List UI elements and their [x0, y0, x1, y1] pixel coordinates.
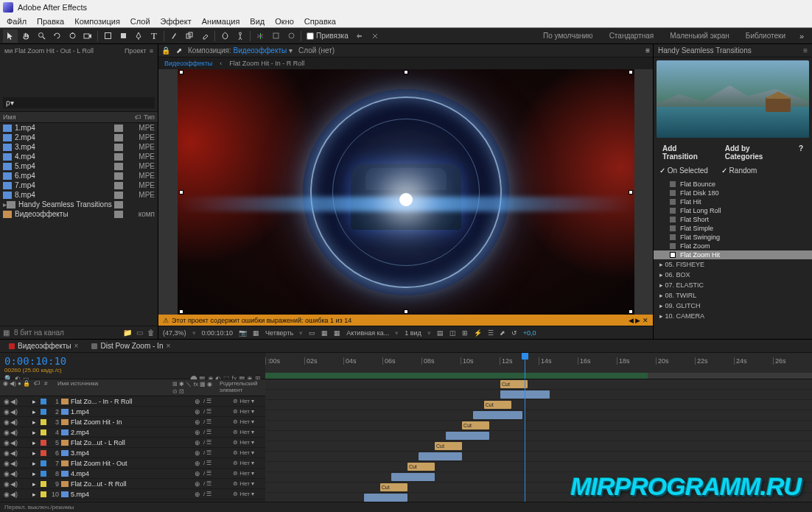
layer-row[interactable]: ◉◀)▸42.mp4⊕/ ☰⊚ Нет ▾ [0, 427, 265, 438]
track-row[interactable] [265, 452, 812, 462]
track-row[interactable] [265, 390, 812, 400]
flow-icon[interactable]: ⬈ [176, 46, 182, 55]
camera-dropdown[interactable]: Активная ка... [346, 329, 389, 337]
transform-handle[interactable] [629, 70, 633, 74]
clip[interactable] [419, 452, 462, 460]
menu-Файл[interactable]: Файл [1, 15, 32, 27]
hst-item[interactable]: Flat Short [654, 215, 812, 224]
pen-tool[interactable] [131, 29, 146, 43]
panel-menu-icon[interactable]: ≡ [803, 46, 808, 55]
layer-row[interactable]: ◉◀)▸84.mp4⊕/ ☰⊚ Нет ▾ [0, 469, 265, 479]
brush-tool[interactable] [167, 29, 181, 43]
project-item[interactable]: 2.mp4MPE [0, 133, 158, 142]
reset-exposure-icon[interactable]: ↺ [511, 329, 517, 337]
new-comp-icon[interactable]: ▭ [136, 329, 143, 337]
layer-row[interactable]: ◉◀)▸21.mp4⊕/ ☰⊚ Нет ▾ [0, 407, 265, 417]
comp-flow-icon[interactable]: ⬈ [500, 329, 505, 337]
snap-options[interactable] [352, 29, 367, 43]
breadcrumb-root[interactable]: Видеоэффекты [164, 60, 212, 67]
ws-lib[interactable]: Библиотеки [738, 29, 793, 43]
channel-icon[interactable]: ▦ [253, 329, 259, 337]
track-row[interactable]: Cut [265, 421, 812, 431]
clip[interactable] [364, 494, 407, 502]
layer-row[interactable]: ◉◀)▸9Flat Zo...ut - R Roll⊕/ ☰⊚ Нет ▾ [0, 479, 265, 489]
layer-list[interactable]: ◉ ◀) ● 🔒 🏷 # Имя источника ⊞ ✱ ＼ fx ▦ ◉ … [0, 379, 265, 502]
add-by-categories-button[interactable]: Add by Categories [722, 143, 783, 162]
project-tab[interactable]: Проект [125, 47, 147, 55]
project-search[interactable] [3, 97, 155, 108]
transform-handle[interactable] [629, 309, 633, 314]
new-folder-icon[interactable]: 📁 [123, 329, 132, 337]
ws-small[interactable]: Маленький экран [662, 29, 737, 43]
3d-icon[interactable]: ▦ [334, 329, 340, 337]
menu-Справка[interactable]: Справка [299, 15, 341, 27]
timeline-tab[interactable]: Видеоэффекты× [3, 340, 84, 351]
current-time-indicator[interactable] [525, 353, 525, 379]
pixel-aspect-icon[interactable]: ⊞ [462, 329, 468, 337]
snap-grid[interactable] [368, 29, 382, 43]
clip[interactable]: Cut [500, 380, 528, 388]
puppet-tool[interactable] [233, 29, 248, 43]
zoom-level[interactable]: (47,3%) [163, 329, 186, 337]
pan-behind-tool[interactable] [100, 29, 115, 43]
trash-icon[interactable]: 🗑 [147, 329, 155, 337]
roi-icon[interactable]: ▭ [309, 329, 315, 337]
timecode[interactable]: 0:00:10:10 [202, 329, 234, 337]
tab-layer[interactable]: Слой (нет) [298, 46, 335, 55]
hst-item[interactable]: Flat Zoom Hit [654, 250, 812, 259]
clone-tool[interactable] [182, 29, 197, 43]
hst-item[interactable]: Flat Swinging [654, 233, 812, 242]
project-item[interactable]: 1.mp4MPE [0, 123, 158, 133]
track-row[interactable] [265, 431, 812, 441]
track-row[interactable]: Cut [265, 441, 812, 452]
guides-icon[interactable]: ▤ [437, 329, 444, 337]
transform-handle[interactable] [404, 70, 408, 74]
viewer[interactable] [158, 69, 653, 315]
project-item[interactable]: 8.mp4MPE [0, 190, 158, 200]
roto-tool[interactable] [217, 29, 232, 43]
snap-checkbox[interactable] [307, 32, 314, 40]
transform-handle[interactable] [404, 309, 408, 314]
add-transition-button[interactable]: Add Transition [659, 143, 709, 162]
clip[interactable]: Cut [407, 463, 435, 471]
panel-menu-icon[interactable]: ≡ [645, 46, 650, 55]
menu-Окно[interactable]: Окно [270, 15, 299, 27]
random-toggle[interactable]: Random [729, 166, 757, 175]
on-selected-toggle[interactable]: On Selected [668, 166, 708, 175]
ws-default[interactable]: По умолчанию [536, 29, 601, 43]
snapshot-icon[interactable]: 📷 [239, 329, 247, 337]
hst-item[interactable]: Flat Bounce [654, 180, 812, 189]
shape-tool[interactable] [116, 29, 130, 43]
clip[interactable]: Cut [484, 401, 511, 409]
selection-tool[interactable] [3, 29, 18, 43]
layer-row[interactable]: ◉◀)▸63.mp4⊕/ ☰⊚ Нет ▾ [0, 448, 265, 458]
project-item[interactable]: 3.mp4MPE [0, 142, 158, 152]
clip[interactable]: Cut [380, 483, 407, 491]
project-item[interactable]: 6.mp4MPE [0, 171, 158, 180]
col-name[interactable]: Имя [3, 113, 125, 121]
menu-Анимация[interactable]: Анимация [197, 15, 245, 27]
project-item[interactable]: Видеоэффектыкомп [0, 209, 158, 219]
exposure[interactable]: +0,0 [523, 329, 536, 337]
clip[interactable] [473, 411, 522, 419]
breadcrumb-leaf[interactable]: Flat Zoom Hit - In - R Roll [229, 60, 304, 67]
timeline-tab[interactable]: Dist Pow Zoom - In× [85, 340, 176, 351]
world-axis[interactable] [268, 29, 283, 43]
menu-Композиция[interactable]: Композиция [69, 15, 125, 27]
hst-list[interactable]: Flat BounceFlat Disk 180Flat HitFlat Lon… [654, 180, 812, 339]
orbit-tool[interactable] [49, 29, 64, 43]
hst-group[interactable]: ▸ 08. TWIRL [654, 290, 812, 301]
layer-row[interactable]: ◉◀)▸105.mp4⊕/ ☰⊚ Нет ▾ [0, 489, 265, 499]
project-item[interactable]: 5.mp4MPE [0, 161, 158, 171]
current-time-indicator[interactable] [525, 379, 525, 502]
help-button[interactable]: ? [796, 143, 806, 162]
hst-item[interactable]: Flat Simple [654, 224, 812, 233]
current-time[interactable]: 0:00:10:10 [4, 355, 261, 367]
hst-item[interactable]: Flat Long Roll [654, 206, 812, 215]
project-item[interactable]: 7.mp4MPE [0, 180, 158, 190]
ws-more[interactable]: » [794, 29, 809, 43]
menu-Правка[interactable]: Правка [32, 15, 69, 27]
track-row[interactable]: Cut [265, 400, 812, 410]
hst-item[interactable]: Flat Hit [654, 197, 812, 206]
transform-handle[interactable] [179, 309, 183, 314]
